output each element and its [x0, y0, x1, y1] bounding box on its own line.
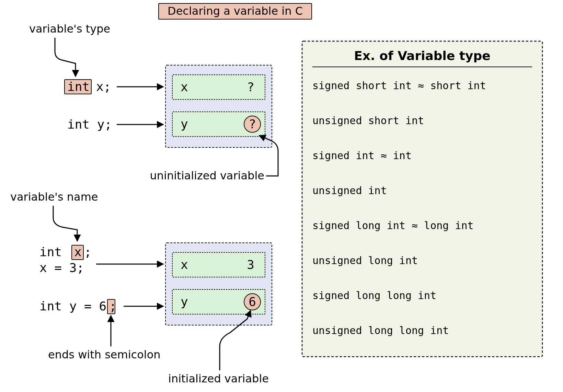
variable-types-panel: Ex. of Variable type signed short int ≈ …	[302, 41, 542, 357]
memory-top-x-val: ?	[247, 80, 254, 94]
code-decl-y: int y;	[67, 117, 112, 131]
memory-top-x-name: x	[181, 80, 188, 94]
memory-top-y-name: y	[181, 117, 188, 131]
memory-bot-x-val: 3	[247, 258, 254, 272]
type-item: unsigned long long int	[312, 324, 449, 336]
type-item: unsigned int	[312, 185, 387, 197]
label-variable-type: variable's type	[29, 22, 110, 35]
code-int-x: int x;	[65, 80, 111, 94]
type-item: signed short int ≈ short int	[312, 80, 486, 92]
label-variable-name: variable's name	[10, 190, 98, 203]
label-initialized: initialized variable	[168, 372, 269, 385]
type-item: signed int ≈ int	[312, 150, 412, 162]
svg-text:x = 3;: x = 3;	[39, 261, 84, 275]
type-item: signed long long int	[312, 289, 436, 301]
memory-top-y-val: ?	[249, 117, 256, 131]
memory-bot-y-name: y	[181, 295, 188, 309]
code-int-y-init: int y = 6 ;	[39, 299, 117, 314]
types-panel-title: Ex. of Variable type	[354, 49, 490, 63]
arrow-name	[53, 206, 77, 241]
svg-text:;: ;	[84, 245, 92, 259]
memory-top: x ? y ?	[165, 65, 272, 147]
diagram-title: Declaring a variable in C	[159, 3, 312, 19]
svg-text:int: int	[39, 245, 62, 259]
svg-text:int y = 6: int y = 6	[39, 299, 106, 313]
svg-text:x: x	[74, 245, 82, 259]
svg-text:;: ;	[109, 299, 117, 313]
label-semicolon: ends with semicolon	[48, 348, 161, 361]
type-item: signed long int ≈ long int	[312, 219, 474, 231]
type-item: unsigned long int	[312, 254, 418, 266]
arrow-type	[55, 38, 76, 76]
memory-bottom: x 3 y 6	[165, 243, 272, 325]
title-text: Declaring a variable in C	[168, 4, 303, 17]
code-decl-x-rest: x;	[96, 80, 111, 94]
label-uninitialized: uninitialized variable	[150, 169, 264, 182]
code-type-kw: int	[67, 80, 90, 94]
type-item: unsigned short int	[312, 115, 424, 127]
code-int-x-assign: int x ; x = 3;	[39, 245, 92, 275]
memory-bot-y-val: 6	[249, 295, 256, 309]
memory-bot-x-name: x	[181, 258, 188, 272]
